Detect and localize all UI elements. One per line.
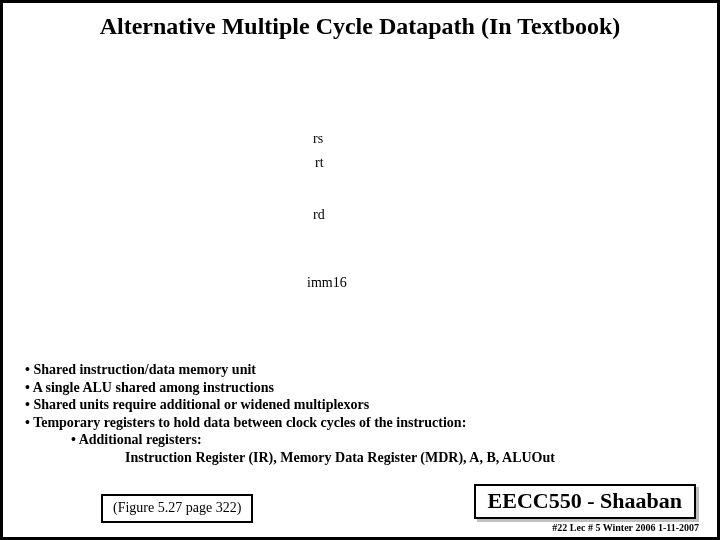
bullet-subitem: • Additional registers: — [25, 431, 555, 449]
course-label: EECC550 - Shaaban — [474, 484, 696, 519]
course-box-shadow: EECC550 - Shaaban — [477, 487, 699, 522]
bullet-item: • Temporary registers to hold data betwe… — [25, 414, 555, 432]
field-imm16-label: imm16 — [307, 275, 347, 291]
field-rt-label: rt — [315, 155, 324, 171]
slide-title: Alternative Multiple Cycle Datapath (In … — [3, 13, 717, 40]
bullet-subitem: Instruction Register (IR), Memory Data R… — [25, 449, 555, 467]
slide-footer: #22 Lec # 5 Winter 2006 1-11-2007 — [552, 522, 699, 533]
slide: Alternative Multiple Cycle Datapath (In … — [0, 0, 720, 540]
bullet-list: • Shared instruction/data memory unit • … — [25, 361, 555, 466]
bullet-item: • Shared units require additional or wid… — [25, 396, 555, 414]
figure-reference: (Figure 5.27 page 322) — [101, 494, 253, 523]
field-rs-label: rs — [313, 131, 323, 147]
field-rd-label: rd — [313, 207, 325, 223]
bullet-item: • A single ALU shared among instructions — [25, 379, 555, 397]
bullet-item: • Shared instruction/data memory unit — [25, 361, 555, 379]
